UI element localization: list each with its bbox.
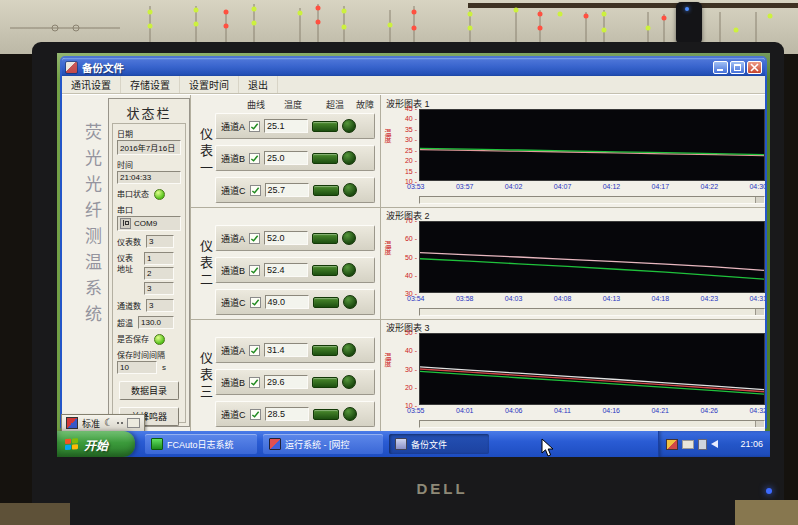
- chart-y-ticks: 45 -40 -35 -30 -25 -20 -15 -10 -: [389, 105, 417, 185]
- ime-toolbar[interactable]: 标准 ☾: [61, 414, 145, 432]
- check-icon: [250, 346, 259, 355]
- minimize-button[interactable]: [713, 61, 728, 74]
- channel-temperature-value: 25.0: [264, 151, 308, 165]
- save-interval-label: 保存时间间隔: [117, 349, 181, 360]
- channel-temperature-value: 49.0: [265, 295, 309, 309]
- channel-row: 通道C 28.5: [215, 401, 375, 427]
- tray-app-icon[interactable]: [666, 439, 678, 450]
- check-icon: [250, 266, 259, 275]
- meter-address-field-1[interactable]: 1: [144, 252, 174, 265]
- start-button[interactable]: 开始: [57, 431, 135, 457]
- instruments-column: 曲线 温度 超温 故障 仪表一 通道A 25.1: [190, 95, 381, 431]
- ime-punctuation-icon[interactable]: [117, 422, 123, 424]
- charts-column: 波形图表 1 温度 45 -40 -35 -30 -25 -20 -15 -10…: [380, 95, 765, 431]
- chart-y-ticks: 50 -40 -30 -20 -10 -: [389, 329, 417, 409]
- taskbar-item-log-system[interactable]: FCAuto日志系统: [145, 434, 257, 454]
- save-enabled-led: [154, 334, 165, 345]
- meter-count-field[interactable]: 3: [146, 235, 174, 248]
- ime-fullwidth-moon-icon[interactable]: ☾: [104, 418, 113, 428]
- channel-row: 通道C 49.0: [215, 289, 375, 315]
- fault-indicator: [342, 375, 356, 389]
- channel-label: 通道A: [221, 344, 245, 357]
- chart-y-ticks: 70 -60 -50 -40 -30 -: [389, 217, 417, 297]
- curve-checkbox[interactable]: [249, 265, 260, 276]
- monitor-brand-logo: DELL: [362, 480, 522, 497]
- chart-scrollbar[interactable]: [419, 196, 765, 204]
- channel-row: 通道A 31.4: [215, 337, 375, 363]
- curve-checkbox[interactable]: [250, 409, 261, 420]
- curve-checkbox[interactable]: [250, 185, 261, 196]
- ime-mode-label[interactable]: 标准: [82, 417, 100, 430]
- data-directory-button[interactable]: 数据目录: [119, 381, 179, 400]
- instrument-3-name: 仪表三: [196, 351, 215, 402]
- chart-x-ticks: 03:5403:5804:0304:0804:1304:1804:2304:31: [407, 295, 765, 302]
- chart-scrollbar[interactable]: [419, 420, 765, 428]
- channel-temperature-value: 52.0: [264, 231, 308, 245]
- channel-count-field[interactable]: 3: [146, 299, 174, 312]
- menu-item-exit[interactable]: 退出: [239, 76, 278, 93]
- serial-port-selector[interactable]: COM9: [117, 216, 181, 231]
- screen: 备份文件 通讯设置 存储设置 设置时间 退出: [57, 53, 770, 457]
- overtemp-indicator: [312, 233, 338, 244]
- tray-clock[interactable]: 21:06: [740, 439, 763, 449]
- start-label: 开始: [84, 436, 108, 453]
- time-label: 时间: [117, 159, 181, 170]
- window-titlebar: 备份文件: [62, 58, 765, 76]
- tray-usb-icon[interactable]: [698, 439, 707, 450]
- fault-indicator: [342, 119, 356, 133]
- instrument-group-3: 仪表三 通道A 31.4 通道B 29.6: [191, 333, 381, 431]
- curve-checkbox[interactable]: [249, 377, 260, 388]
- save-interval-unit: s: [162, 363, 166, 372]
- check-icon: [250, 378, 259, 387]
- check-icon: [250, 122, 259, 131]
- curve-checkbox[interactable]: [249, 153, 260, 164]
- ime-softkeyboard-icon[interactable]: [127, 418, 140, 428]
- chart-plot-area: [419, 221, 765, 293]
- maximize-button[interactable]: [730, 61, 745, 74]
- channel-row: 通道B 29.6: [215, 369, 375, 395]
- tray-volume-icon[interactable]: [711, 440, 718, 448]
- save-interval-field[interactable]: 10: [117, 361, 157, 374]
- menu-item-storage-settings[interactable]: 存储设置: [121, 76, 180, 93]
- scrollbar-button[interactable]: [755, 421, 764, 427]
- overtemp-threshold-field[interactable]: 130.0: [138, 316, 174, 329]
- overtemp-indicator: [313, 297, 339, 308]
- curve-checkbox[interactable]: [250, 297, 261, 308]
- ime-language-icon[interactable]: [66, 417, 78, 429]
- scrollbar-button[interactable]: [755, 309, 764, 315]
- meter-count-label: 仪表数: [117, 236, 141, 247]
- menu-item-set-time[interactable]: 设置时间: [180, 76, 239, 93]
- menu-item-comm-settings[interactable]: 通讯设置: [62, 76, 121, 93]
- check-icon: [251, 410, 260, 419]
- fault-indicator: [343, 407, 357, 421]
- time-value: 21:04:33: [117, 171, 181, 184]
- tray-keyboard-icon[interactable]: [682, 440, 694, 449]
- curve-checkbox[interactable]: [249, 121, 260, 132]
- app-icon: [65, 61, 78, 74]
- date-value: 2016年7月16日: [117, 140, 181, 155]
- main-content: 荧光光纤测温系统 状态栏 日期 2016年7月16日 时间 21:04:33 串…: [62, 94, 765, 431]
- overtemp-indicator: [312, 265, 338, 276]
- instrument-1-name: 仪表一: [196, 127, 215, 178]
- curve-checkbox[interactable]: [249, 233, 260, 244]
- taskbar-item-run-system[interactable]: 运行系统 - [网控: [263, 434, 383, 454]
- meter-address-field-3[interactable]: 3: [144, 282, 174, 295]
- check-icon: [250, 154, 259, 163]
- backup-file-icon: [395, 438, 407, 450]
- close-button[interactable]: [747, 61, 762, 74]
- meter-address-field-2[interactable]: 2: [144, 267, 174, 280]
- windows-logo-icon: [65, 438, 79, 451]
- chart-scrollbar[interactable]: [419, 308, 765, 316]
- channel-label: 通道B: [221, 376, 245, 389]
- channel-row: 通道A 25.1: [215, 113, 375, 139]
- taskbar-item-backup-file[interactable]: 备份文件: [389, 434, 489, 454]
- serial-status-label: 串口状态: [117, 188, 149, 199]
- menu-bar: 通讯设置 存储设置 设置时间 退出: [62, 76, 765, 94]
- status-panel: 状态栏 日期 2016年7月16日 时间 21:04:33 串口状态 串口: [108, 98, 190, 427]
- overtemp-indicator: [312, 121, 338, 132]
- fault-indicator: [343, 183, 357, 197]
- close-icon: [750, 63, 759, 72]
- curve-checkbox[interactable]: [249, 345, 260, 356]
- scrollbar-button[interactable]: [755, 197, 764, 203]
- check-icon: [251, 298, 260, 307]
